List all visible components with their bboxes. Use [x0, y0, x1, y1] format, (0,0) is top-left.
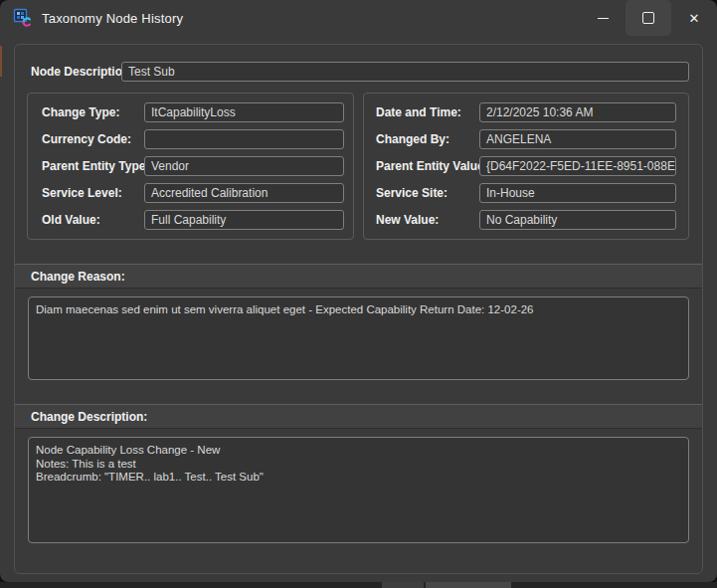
change-description-textbox[interactable]: Node Capability Loss Change - New Notes:…: [28, 437, 689, 543]
field-row: Old Value: Full Capability: [28, 210, 353, 230]
change-type-label: Change Type:: [42, 105, 119, 119]
minimize-button[interactable]: [580, 0, 626, 36]
change-description-header: Change Description:: [15, 404, 702, 429]
left-field-group: Change Type: ItCapabilityLoss Currency C…: [27, 93, 354, 240]
minimize-icon: [598, 18, 609, 19]
field-row: Service Site: In-House: [364, 183, 688, 203]
date-and-time-label: Date and Time:: [376, 105, 461, 119]
close-icon: ✕: [689, 12, 700, 25]
field-row: Change Type: ItCapabilityLoss: [28, 102, 353, 122]
new-value-field[interactable]: No Capability: [479, 210, 676, 230]
field-row: Parent Entity Value: {D64F2022-F5ED-11EE…: [364, 156, 688, 176]
changed-by-field[interactable]: ANGELENA: [479, 129, 676, 149]
right-field-group: Date and Time: 2/12/2025 10:36 AM Change…: [363, 93, 689, 240]
titlebar[interactable]: Taxonomy Node History ✕: [0, 0, 717, 36]
service-site-field[interactable]: In-House: [479, 183, 676, 203]
new-value-label: New Value:: [376, 213, 439, 227]
parent-entity-type-label: Parent Entity Type:: [42, 159, 149, 173]
window-controls: ✕: [580, 0, 717, 36]
taskbar-button-fragment: [426, 582, 511, 588]
date-and-time-field[interactable]: 2/12/2025 10:36 AM: [479, 102, 676, 122]
parent-entity-type-field[interactable]: Vendor: [144, 156, 344, 176]
node-description-field[interactable]: Test Sub: [121, 62, 689, 82]
window-title: Taxonomy Node History: [42, 11, 183, 26]
taskbar-strip: [0, 582, 717, 588]
old-value-field[interactable]: Full Capability: [144, 210, 344, 230]
changed-by-label: Changed By:: [376, 132, 449, 146]
parent-entity-value-field[interactable]: {D64F2022-F5ED-11EE-8951-088E901F3: [479, 156, 676, 176]
currency-code-field[interactable]: [144, 129, 344, 149]
change-reason-header: Change Reason:: [15, 264, 702, 289]
service-site-label: Service Site:: [376, 186, 448, 200]
change-type-field[interactable]: ItCapabilityLoss: [144, 102, 344, 122]
field-row: Date and Time: 2/12/2025 10:36 AM: [364, 102, 688, 122]
maximize-icon: [642, 12, 654, 24]
taxonomy-node-history-window: Taxonomy Node History ✕ Node Description…: [0, 0, 717, 582]
field-row: Parent Entity Type: Vendor: [28, 156, 353, 176]
field-row: Changed By: ANGELENA: [364, 129, 688, 149]
currency-code-label: Currency Code:: [42, 132, 131, 146]
service-level-field[interactable]: Accredited Calibration: [144, 183, 344, 203]
close-button[interactable]: ✕: [671, 0, 717, 36]
taskbar-button-fragment: [382, 582, 424, 588]
field-row: Service Level: Accredited Calibration: [28, 183, 353, 203]
maximize-button[interactable]: [626, 0, 671, 36]
field-row: New Value: No Capability: [364, 210, 688, 230]
app-icon: [13, 8, 33, 28]
content-panel: Node Description: Test Sub Change Type: …: [14, 44, 703, 574]
change-description-label: Change Description:: [31, 410, 147, 424]
old-value-label: Old Value:: [42, 213, 100, 227]
service-level-label: Service Level:: [42, 186, 122, 200]
field-row: Currency Code:: [28, 129, 353, 149]
change-reason-label: Change Reason:: [31, 270, 125, 284]
background-window-sliver: [0, 46, 2, 77]
change-reason-textbox[interactable]: Diam maecenas sed enim ut sem viverra al…: [28, 296, 689, 380]
node-description-label: Node Description:: [31, 65, 133, 79]
parent-entity-value-label: Parent Entity Value:: [376, 159, 488, 173]
